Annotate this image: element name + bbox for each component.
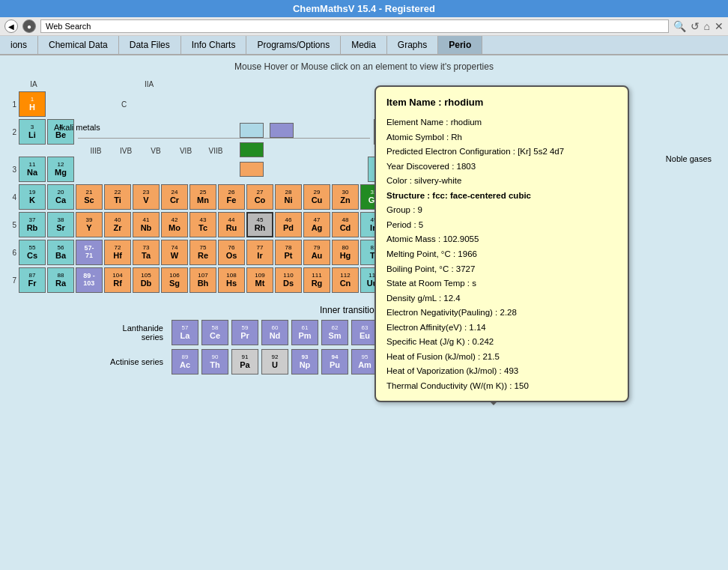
tab-ions[interactable]: ions [0,36,38,54]
home-icon[interactable]: ⌂ [704,20,710,32]
element-Rb[interactable]: 37Rb [19,212,46,237]
element-Pr[interactable]: 59Pr [231,320,258,345]
tab-periodic[interactable]: Perio [438,36,482,54]
title-bar: ChemMathsV 15.4 - Registered [0,0,728,17]
tooltip-boiling-point: Boiling Point, °C : 3727 [386,262,617,277]
element-Os[interactable]: 76Os [218,240,245,265]
tooltip-element-name: Element Name : rhodium [386,115,617,130]
element-Y[interactable]: 39Y [76,212,103,237]
element-Ce[interactable]: 58Ce [201,320,228,345]
element-Zn[interactable]: 30Zn [332,184,359,210]
tab-programs-options[interactable]: Programs/Options [246,36,341,54]
element-Cd[interactable]: 48Cd [332,212,359,237]
alkali-metals-label: Alkali metals [54,123,100,132]
element-Mt[interactable]: 109Mt [246,267,273,293]
c-col-label: C [121,100,127,109]
element-Ca[interactable]: 20Ca [47,184,74,210]
element-Ti[interactable]: 22Ti [104,184,131,210]
element-Ac[interactable]: 89Ac [172,349,198,375]
element-Np[interactable]: 93Np [291,349,318,375]
element-Re[interactable]: 75Re [189,240,216,265]
element-V[interactable]: 23V [133,184,160,210]
element-57-71[interactable]: 57-71 [76,240,103,265]
element-Sg[interactable]: 106Sg [161,267,188,293]
row-num-2: 2 [7,128,18,136]
element-Bh[interactable]: 107Bh [189,267,216,293]
element-Fr[interactable]: 87Fr [19,267,46,293]
element-Fe[interactable]: 26Fe [218,184,245,210]
tooltip-year-discovered: Year Discovered : 1803 [386,160,617,175]
tab-data-files[interactable]: Data Files [119,36,181,54]
forward-button[interactable]: ● [22,19,36,33]
main-content: Mouse Hover or Mouse click on an element… [0,55,728,383]
nav-tabs: ions Chemical Data Data Files Info Chart… [0,36,728,55]
element-Sm[interactable]: 62Sm [321,320,348,345]
legend [240,123,294,138]
element-La[interactable]: 57La [172,320,198,345]
element-Na[interactable]: 11Na [19,157,46,182]
element-Mn[interactable]: 25Mn [189,184,216,210]
tab-media[interactable]: Media [341,36,387,54]
element-Co[interactable]: 27Co [246,184,273,210]
element-Nb[interactable]: 41Nb [133,212,160,237]
tooltip-specific-heat: Specific Heat (J/g K) : 0.242 [386,335,617,350]
element-Ta[interactable]: 73Ta [133,240,160,265]
element-Rg[interactable]: 111Rg [303,267,330,293]
element-K[interactable]: 19K [19,184,46,210]
element-89-103[interactable]: 89 -103 [76,267,103,293]
element-Li[interactable]: 3Li [19,119,46,145]
element-Zr[interactable]: 40Zr [104,212,131,237]
element-Cn[interactable]: 112Cn [332,267,359,293]
element-Ir[interactable]: 77Ir [246,240,273,265]
element-Sc[interactable]: 21Sc [76,184,103,210]
element-Cs[interactable]: 55Cs [19,240,46,265]
element-Ni[interactable]: 28Ni [275,184,302,210]
element-Ds[interactable]: 110Ds [275,267,302,293]
element-Nd[interactable]: 60Nd [261,320,288,345]
element-Ba[interactable]: 56Ba [47,240,74,265]
element-Rf[interactable]: 104Rf [104,267,131,293]
element-Mg[interactable]: 12Mg [47,157,74,182]
close-icon[interactable]: ✕ [715,20,724,32]
tooltip-heat-fusion: Heat of Fusion (kJ/mol) : 21.5 [386,350,617,365]
col-iia: IIA [136,80,163,88]
element-Sr[interactable]: 38Sr [47,212,74,237]
tooltip-density: Density g/mL : 12.4 [386,291,617,306]
element-Hg[interactable]: 80Hg [332,240,359,265]
ch-viib: VIIB [201,147,230,155]
element-Db[interactable]: 105Db [133,267,160,293]
element-Pt[interactable]: 78Pt [275,240,302,265]
element-W[interactable]: 74W [161,240,188,265]
element-U[interactable]: 92U [261,349,288,375]
search-icon[interactable]: 🔍 [673,20,686,32]
tab-info-charts[interactable]: Info Charts [181,36,247,54]
element-Hf[interactable]: 72Hf [104,240,131,265]
refresh-icon[interactable]: ↺ [691,20,700,32]
element-Rh[interactable]: 45Rh [246,212,273,237]
back-button[interactable]: ◀ [4,19,18,33]
element-Pu[interactable]: 94Pu [321,349,348,375]
element-Au[interactable]: 79Au [303,240,330,265]
element-Ru[interactable]: 44Ru [218,212,245,237]
element-Ra[interactable]: 88Ra [47,267,74,293]
tooltip-electron-affinity: Electron Affinity(eV) : 1.14 [386,321,617,336]
element-H[interactable]: 1 H [19,91,46,117]
element-Pd[interactable]: 46Pd [275,212,302,237]
element-Ag[interactable]: 47Ag [303,212,330,237]
element-Hs[interactable]: 108Hs [218,267,245,293]
element-Mo[interactable]: 42Mo [161,212,188,237]
ch-ivb: IVB [112,147,140,155]
legend-orange [240,162,264,177]
element-Pm[interactable]: 61Pm [291,320,318,345]
tab-chemical-data[interactable]: Chemical Data [38,36,119,54]
element-Cu[interactable]: 29Cu [303,184,330,210]
row-num-7: 7 [7,276,18,285]
address-bar[interactable] [40,19,669,33]
element-Tc[interactable]: 43Tc [189,212,216,237]
tab-graphs[interactable]: Graphs [387,36,438,54]
element-Cr[interactable]: 24Cr [161,184,188,210]
tooltip-thermal-conductivity: Thermal Conductivity (W/(m K)) : 150 [386,379,617,394]
element-Th[interactable]: 90Th [201,349,228,375]
element-Pa[interactable]: 91Pa [231,349,258,375]
tooltip-structure: Structure : fcc: face-centered cubic [386,189,617,204]
